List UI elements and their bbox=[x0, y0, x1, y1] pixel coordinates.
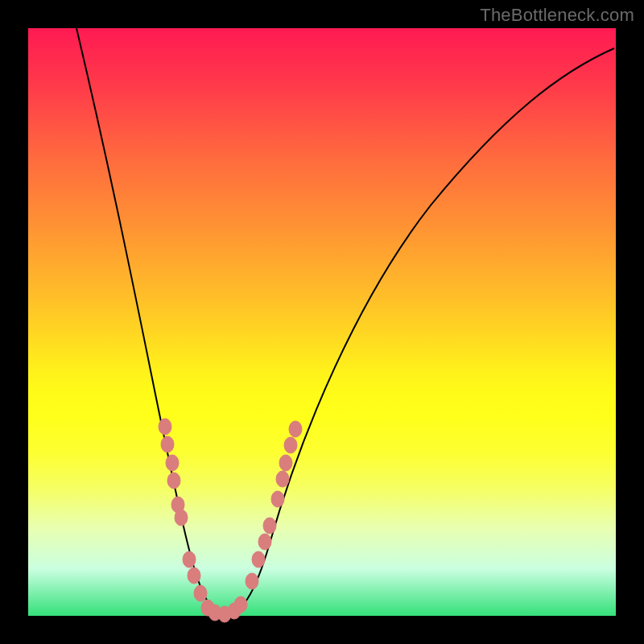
marker-point bbox=[289, 421, 302, 437]
bottleneck-curve bbox=[76, 28, 614, 614]
marker-point bbox=[234, 597, 247, 613]
marker-point bbox=[258, 534, 271, 550]
marker-point bbox=[188, 568, 200, 584]
marker-point bbox=[161, 436, 174, 452]
watermark-text: TheBottleneck.com bbox=[480, 5, 634, 26]
marker-point bbox=[263, 518, 276, 534]
marker-point bbox=[276, 471, 289, 487]
marker-point bbox=[167, 473, 180, 489]
marker-point bbox=[271, 491, 284, 507]
marker-point bbox=[246, 573, 258, 589]
marker-point bbox=[194, 585, 207, 601]
chart-svg bbox=[28, 28, 616, 616]
marker-point bbox=[279, 455, 292, 471]
plot-area bbox=[28, 28, 616, 616]
marker-point bbox=[183, 551, 196, 568]
chart-canvas: TheBottleneck.com bbox=[0, 0, 644, 644]
marker-point bbox=[252, 551, 265, 568]
marker-point bbox=[159, 419, 171, 435]
highlight-markers bbox=[159, 419, 302, 622]
marker-point bbox=[284, 437, 297, 453]
marker-point bbox=[166, 455, 179, 471]
marker-point bbox=[175, 510, 188, 526]
